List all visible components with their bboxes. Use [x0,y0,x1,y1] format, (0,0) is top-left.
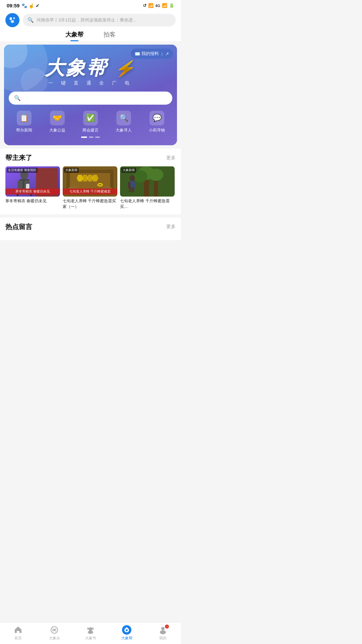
bangzhu-title: 帮主来了 [5,153,32,162]
status-right-icons: ↺ 📶 4G 📶 🔋 [143,3,174,8]
banner-dots [4,137,177,142]
bangzhu-section-header: 帮主来了 更多 [5,153,176,162]
category-gongyi[interactable]: 🤝 大象公益 [49,111,65,133]
status-time: 09:59 [7,3,19,8]
header-search-bar[interactable]: 🔍 河南你早丨3月1日起，郑州这项政策停止；乘坐进... [23,14,176,26]
svg-rect-38 [132,187,134,192]
video-title-1: 七旬老人养蜂 千斤蜂蜜急需买家（一） [63,198,117,210]
banner-search[interactable]: 🔍 [9,92,172,105]
video-grid: 寒冬寄棉衣 春暖仍未见 生活有麻烦 都来我到 寒冬寄棉衣 春暖仍未见 [5,166,176,210]
banner-subtitle: 一 键 直 通 全 广 电 [11,80,170,86]
category-label-2: 两会建言 [82,127,99,133]
video-card-2[interactable]: 大象新闻 七旬老人养蜂 千斤蜂蜜急需买... [120,166,175,210]
video-card-1[interactable]: 七旬老人养蜂 千斤蜂蜜难卖 大象新闻 七旬老人养蜂 千斤蜂蜜急需买家（一） [63,166,117,210]
svg-point-35 [130,175,135,181]
category-lianghui[interactable]: ✅ 两会建言 [82,111,99,133]
tab-daxiangbang[interactable]: 大象帮 [65,31,83,41]
svg-point-32 [134,170,147,182]
xunwu-icon: 💬 [149,111,164,125]
hotcomment-section-header: 热点留言 更多 [5,222,176,231]
svg-rect-11 [18,180,23,189]
svg-rect-26 [99,184,102,185]
xunren-icon: 🔍 [116,111,131,125]
banner-main-title: 大象帮 ⚡ [11,58,170,77]
bangzhu-section: 帮主来了 更多 [0,149,181,214]
video-source-1: 大象新闻 [64,168,79,173]
category-label-0: 帮办新闻 [16,127,32,133]
main-tabs: 大象帮 拍客 [0,27,181,41]
tab-paike[interactable]: 拍客 [104,31,116,41]
video-source-0: 生活有麻烦 都来我到 [7,168,38,173]
search-placeholder-text: 河南你早丨3月1日起，郑州这项政策停止；乘坐进... [37,17,136,23]
category-xunwu[interactable]: 💬 小莉寻物 [149,111,165,133]
svg-point-34 [149,169,164,181]
lightning-icon: ⚡ [114,60,136,77]
status-bar: 09:59 🐾 ☝ ✓ ↺ 📶 4G 📶 🔋 [0,0,181,10]
dot-1 [81,137,87,138]
category-label-1: 大象公益 [49,127,65,133]
category-xunren[interactable]: 🔍 大象寻人 [116,111,132,133]
banner-section: ✉️ 我的报料 | ↗ 大象帮 ⚡ 一 键 直 通 全 广 电 🔍 📋 帮办新闻… [4,45,177,145]
svg-point-2 [13,17,15,19]
video-title-0: 寒冬寄棉衣 春暖仍未见 [5,198,60,204]
gongyi-icon: 🤝 [50,111,65,125]
status-icons: 🐾 ☝ ✓ [21,3,40,8]
svg-point-1 [10,17,12,20]
hotcomment-section: 热点留言 更多 [0,218,181,240]
banner-title-area: 大象帮 ⚡ 一 键 直 通 全 广 电 [4,45,177,86]
hotcomment-title: 热点留言 [5,222,32,231]
video-label-1: 七旬老人养蜂 千斤蜂蜜难卖 [63,189,117,195]
app-logo[interactable] [5,13,19,27]
video-title-2: 七旬老人养蜂 千斤蜂蜜急需买... [120,198,175,210]
video-card-0[interactable]: 寒冬寄棉衣 春暖仍未见 生活有麻烦 都来我到 寒冬寄棉衣 春暖仍未见 [5,166,60,210]
video-source-2: 大象新闻 [121,168,136,173]
video-label-0: 寒冬寄棉衣 春暖仍未见 [5,189,60,195]
circular-arrow-icon: ↺ [143,3,146,8]
video-thumb-1: 七旬老人养蜂 千斤蜂蜜难卖 大象新闻 [63,166,117,197]
svg-point-3 [11,20,14,23]
battery-icon: 🔋 [169,3,174,8]
dot-3 [95,137,100,138]
network-type: 4G [155,4,160,8]
header-search-icon: 🔍 [27,17,34,23]
category-label-3: 大象寻人 [116,127,132,133]
video-thumb-2: 大象新闻 [120,166,175,197]
header: 🔍 河南你早丨3月1日起，郑州这项政策停止；乘坐进... [0,10,181,27]
wifi-icon: 📶 [148,3,154,8]
bangban-icon: 📋 [17,111,32,125]
lianghui-icon: ✅ [83,111,98,125]
category-bangbannews[interactable]: 📋 帮办新闻 [16,111,32,133]
category-label-4: 小莉寻物 [149,127,165,133]
dot-2 [89,137,94,138]
category-row: 📋 帮办新闻 🤝 大象公益 ✅ 两会建言 🔍 大象寻人 💬 小莉寻物 [4,108,177,137]
signal-icon: 📶 [162,3,167,8]
video-thumb-0: 寒冬寄棉衣 春暖仍未见 生活有麻烦 都来我到 [5,166,60,197]
bangzhu-more[interactable]: 更多 [166,155,176,161]
svg-rect-39 [129,187,131,192]
hotcomment-more[interactable]: 更多 [166,224,176,230]
banner-search-icon: 🔍 [14,95,21,101]
